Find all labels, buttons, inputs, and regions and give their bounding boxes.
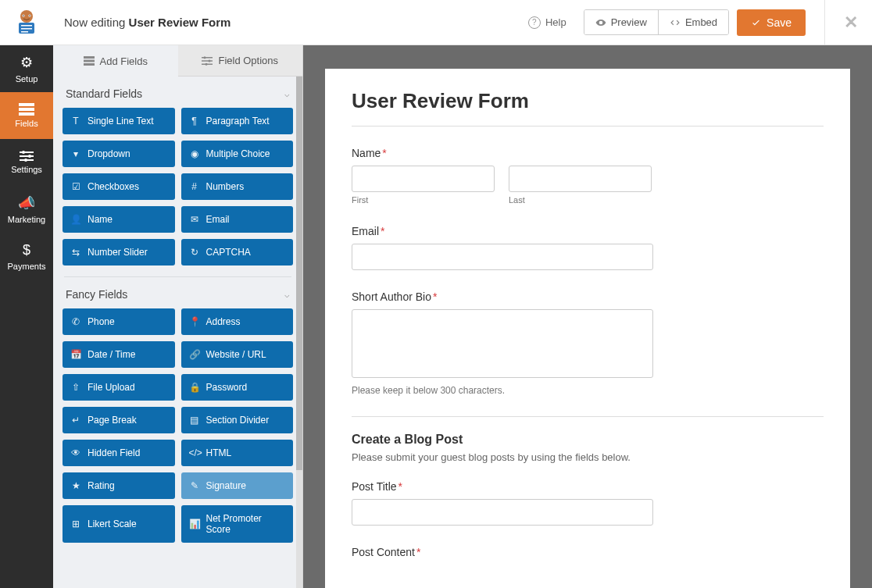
list-icon — [19, 103, 34, 116]
field-type-email[interactable]: ✉Email — [181, 206, 294, 233]
preview-embed-group: Preview Embed — [584, 9, 729, 35]
field-type-password[interactable]: 🔒Password — [181, 374, 294, 401]
field-type-date-time[interactable]: 📅Date / Time — [63, 341, 175, 368]
save-button[interactable]: Save — [737, 9, 806, 36]
chevron-down-icon: ⌵ — [284, 89, 290, 99]
options-icon — [202, 56, 213, 66]
preview-button[interactable]: Preview — [584, 10, 658, 34]
field-type-website-url[interactable]: 🔗Website / URL — [181, 341, 294, 368]
email-label: Email* — [352, 225, 824, 237]
svg-rect-11 — [19, 112, 34, 116]
field-type-multiple-choice[interactable]: ◉Multiple Choice — [181, 141, 294, 167]
name-row: First Last — [352, 166, 824, 205]
tab-field-options[interactable]: Field Options — [178, 45, 303, 77]
top-header: Now editing User Review Form ? Help Prev… — [0, 0, 872, 45]
field-label: Dropdown — [88, 148, 130, 159]
svg-rect-20 — [84, 63, 95, 66]
section-fancy-title: Fancy Fields — [66, 288, 127, 301]
last-name-input[interactable] — [509, 166, 652, 192]
preview-label: Preview — [611, 16, 647, 28]
embed-label: Embed — [685, 16, 717, 28]
panel-scrollbar[interactable] — [296, 77, 302, 588]
field-type-captcha[interactable]: ↻CAPTCHA — [181, 239, 294, 265]
canvas-area: User Review Form Name* First Last Email*… — [303, 45, 872, 588]
field-label: Rating — [88, 480, 115, 491]
required-asterisk: * — [398, 480, 402, 493]
field-type-html[interactable]: </>HTML — [181, 440, 294, 466]
section-fancy-header[interactable]: Fancy Fields ⌵ — [61, 277, 295, 308]
field-type-rating[interactable]: ★Rating — [63, 472, 175, 499]
field-type-page-break[interactable]: ↵Page Break — [63, 407, 175, 433]
field-label: Section Divider — [206, 415, 270, 426]
svg-rect-23 — [202, 60, 213, 62]
megaphone-icon: 📣 — [18, 194, 35, 212]
close-button[interactable]: ✕ — [844, 12, 858, 33]
field-type-single-line-text[interactable]: TSingle Line Text — [63, 108, 175, 134]
nav-settings[interactable]: Settings — [0, 139, 53, 186]
field-icon: ✎ — [189, 480, 200, 491]
sliders-icon — [20, 151, 34, 162]
field-post-title[interactable]: Post Title* — [352, 480, 824, 526]
field-email[interactable]: Email* — [352, 225, 824, 270]
field-icon: </> — [189, 447, 200, 458]
field-icon: ✆ — [70, 316, 81, 327]
field-type-dropdown[interactable]: ▾Dropdown — [63, 141, 175, 167]
svg-rect-21 — [202, 57, 213, 59]
form-title: User Review Form — [352, 89, 824, 127]
field-label: Single Line Text — [88, 116, 154, 127]
first-sublabel: First — [352, 195, 495, 205]
field-icon: ▤ — [189, 415, 200, 426]
nav-fields-label: Fields — [15, 119, 38, 128]
embed-button[interactable]: Embed — [658, 10, 728, 34]
svg-rect-9 — [19, 103, 34, 106]
field-type-phone[interactable]: ✆Phone — [63, 308, 175, 335]
field-label: Multiple Choice — [206, 148, 270, 159]
field-type-number-slider[interactable]: ⇆Number Slider — [63, 239, 175, 265]
check-icon — [751, 17, 761, 27]
section-title: Create a Blog Post — [352, 433, 824, 447]
field-label: HTML — [206, 447, 232, 458]
nav-setup[interactable]: ⚙ Setup — [0, 45, 53, 92]
side-panel: Add Fields Field Options Standard Fields… — [53, 45, 303, 588]
field-label: Hidden Field — [88, 447, 140, 458]
field-type-hidden-field[interactable]: 👁Hidden Field — [63, 440, 175, 466]
post-title-input[interactable] — [352, 499, 653, 526]
post-content-label: Post Content* — [352, 546, 824, 558]
field-type-address[interactable]: 📍Address — [181, 308, 294, 335]
field-type-paragraph-text[interactable]: ¶Paragraph Text — [181, 108, 294, 134]
field-name[interactable]: Name* First Last — [352, 147, 824, 205]
field-type-net-promoter-score[interactable]: 📊Net Promoter Score — [181, 505, 294, 543]
first-name-input[interactable] — [352, 166, 495, 192]
field-label: Password — [206, 382, 248, 393]
svg-point-15 — [28, 155, 31, 158]
field-type-section-divider[interactable]: ▤Section Divider — [181, 407, 294, 433]
field-section[interactable]: Create a Blog Post Please submit your gu… — [352, 416, 824, 463]
svg-point-4 — [29, 15, 30, 16]
eye-icon — [595, 17, 606, 28]
svg-rect-14 — [20, 155, 34, 157]
email-input[interactable] — [352, 244, 653, 270]
nav-fields[interactable]: Fields — [0, 92, 53, 139]
field-bio[interactable]: Short Author Bio* Please keep it below 3… — [352, 290, 824, 396]
field-icon: ☑ — [70, 181, 81, 192]
header-actions: ? Help Preview Embed Save ✕ — [528, 0, 858, 45]
bio-textarea[interactable] — [352, 309, 653, 378]
field-type-signature[interactable]: ✎Signature — [181, 472, 294, 499]
field-icon: ↻ — [189, 247, 200, 258]
field-type-numbers[interactable]: #Numbers — [181, 173, 294, 200]
section-desc: Please submit your guest blog posts by u… — [352, 451, 824, 463]
field-type-checkboxes[interactable]: ☑Checkboxes — [63, 173, 175, 200]
help-link[interactable]: ? Help — [528, 16, 566, 29]
nav-marketing[interactable]: 📣 Marketing — [0, 186, 53, 233]
field-post-content[interactable]: Post Content* — [352, 546, 824, 558]
field-icon: ▾ — [70, 148, 81, 159]
field-type-name[interactable]: 👤Name — [63, 206, 175, 233]
field-type-file-upload[interactable]: ⇧File Upload — [63, 374, 175, 401]
section-standard-header[interactable]: Standard Fields ⌵ — [61, 77, 295, 108]
field-icon: T — [70, 116, 81, 127]
nav-payments[interactable]: $ Payments — [0, 233, 53, 280]
svg-rect-19 — [84, 60, 95, 62]
tab-add-fields[interactable]: Add Fields — [53, 45, 178, 77]
nav-marketing-label: Marketing — [8, 215, 45, 224]
field-type-likert-scale[interactable]: ⊞Likert Scale — [63, 505, 175, 543]
